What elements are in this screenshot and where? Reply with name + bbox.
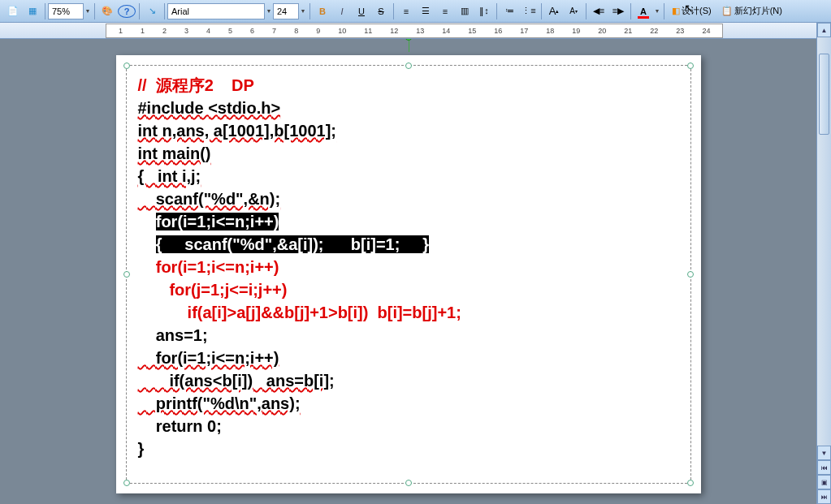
ruler-tick: 24: [702, 27, 710, 35]
rotation-handle[interactable]: [405, 39, 413, 41]
scroll-up-icon[interactable]: ▲: [817, 23, 831, 37]
ruler-tick: 5: [228, 27, 232, 35]
ruler-tick: 11: [364, 27, 372, 35]
ruler-tick: 1: [141, 27, 145, 35]
code-line: return 0;: [138, 415, 679, 437]
ruler-tick: 9: [316, 27, 320, 35]
font-color-dropdown[interactable]: ▼: [653, 3, 661, 19]
list-bullet-icon[interactable]: ⋮≡: [520, 2, 538, 20]
zoom-dropdown[interactable]: ▼: [84, 3, 92, 19]
ruler-tick: 18: [546, 27, 554, 35]
bold-button[interactable]: B: [314, 2, 331, 20]
ruler-tick: 8: [294, 27, 298, 35]
strike-button[interactable]: S: [372, 2, 390, 20]
code-textbox[interactable]: // 源程序2 DP #include <stdio.h> int n,ans,…: [126, 65, 691, 484]
code-line: { int i,j;: [138, 165, 679, 187]
palette-icon[interactable]: 🎨: [98, 2, 116, 20]
code-line: for(i=1;i<=n;i++): [138, 210, 679, 233]
code-line: ans=1;: [138, 324, 679, 347]
code-line: }: [138, 437, 679, 460]
arrow-icon[interactable]: ↘: [143, 2, 161, 20]
resize-handle-mr[interactable]: [687, 271, 694, 278]
horizontal-ruler[interactable]: 1 1 2 3 4 5 6 7 8 9 10 11 12 13 14 15 16…: [106, 24, 723, 38]
ruler-tick: 16: [494, 27, 502, 35]
slide-workspace[interactable]: // 源程序2 DP #include <stdio.h> int n,ans,…: [0, 39, 816, 504]
slide-show-icon[interactable]: ▣: [817, 475, 831, 489]
code-line: #include <stdio.h>: [138, 97, 679, 119]
list-numbered-icon[interactable]: ≔: [500, 2, 518, 20]
code-line: for(i=1;i<=n;i++): [138, 347, 679, 369]
code-line: scanf("%d",&n);: [138, 187, 679, 210]
scroll-down-icon[interactable]: ▼: [817, 446, 831, 460]
scroll-thumb[interactable]: [819, 54, 829, 135]
resize-handle-bm[interactable]: [405, 480, 412, 486]
scroll-track[interactable]: [817, 37, 831, 446]
align-left-icon[interactable]: ≡: [397, 2, 415, 20]
code-line: for(i=1;i<=n;i++): [138, 256, 679, 278]
ruler-tick: 21: [624, 27, 632, 35]
ruler-tick: 12: [390, 27, 398, 35]
resize-handle-ml[interactable]: [123, 271, 130, 278]
code-line: int n,ans, a[1001],b[1001];: [138, 119, 679, 142]
resize-handle-tm[interactable]: [405, 62, 412, 69]
font-color-button[interactable]: A: [634, 2, 652, 20]
ruler-tick: 13: [416, 27, 424, 35]
main-toolbar: 📄 ▦ ▼ 🎨 ? ↘ ▼ ▼ B I U S ≡ ☰ ≡ ▥ ‖↕ ≔ ⋮≡ …: [0, 0, 831, 23]
code-line: if(a[i]>a[j]&&b[j]+1>b[i]) b[i]=b[j]+1;: [138, 301, 679, 324]
font-increase-icon[interactable]: A▴: [545, 2, 563, 20]
ruler-tick: 20: [598, 27, 606, 35]
font-decrease-icon[interactable]: A▾: [565, 2, 582, 20]
align-justify-icon[interactable]: ▥: [456, 2, 474, 20]
code-line: for(j=1;j<=i;j++): [138, 278, 679, 301]
vertical-scrollbar[interactable]: ▲ ▼ ⏮ ▣ ⏭: [816, 23, 831, 504]
ruler-tick: 15: [468, 27, 476, 35]
ruler-tick: 7: [272, 27, 276, 35]
zoom-input[interactable]: [48, 3, 84, 19]
code-line: { scanf("%d",&a[i]); b[i]=1; }: [138, 233, 679, 256]
font-size-input[interactable]: [273, 3, 299, 19]
code-content[interactable]: // 源程序2 DP #include <stdio.h> int n,ans,…: [138, 74, 679, 460]
font-size-dropdown[interactable]: ▼: [299, 3, 307, 19]
slide-canvas[interactable]: // 源程序2 DP #include <stdio.h> int n,ans,…: [116, 55, 701, 493]
next-slide-icon[interactable]: ⏭: [817, 489, 831, 504]
grid-icon[interactable]: ▦: [24, 2, 41, 20]
align-center-icon[interactable]: ☰: [417, 2, 435, 20]
ruler-tick: 22: [650, 27, 658, 35]
new-slide-button[interactable]: 📋新幻灯片(N): [717, 2, 786, 20]
ruler-tick: 6: [250, 27, 254, 35]
ruler-tick: 2: [162, 27, 167, 35]
code-line: printf("%d\n",ans);: [138, 392, 679, 415]
italic-button[interactable]: I: [333, 2, 351, 20]
indent-decrease-icon[interactable]: ◀≡: [590, 2, 608, 20]
code-line: int main(): [138, 142, 679, 165]
code-line: if(ans<b[i]) ans=b[i];: [138, 369, 679, 392]
underline-button[interactable]: U: [353, 2, 370, 20]
resize-handle-bl[interactable]: [123, 480, 130, 486]
resize-handle-tl[interactable]: [123, 62, 130, 69]
ruler-tick: 1: [119, 27, 123, 35]
align-right-icon[interactable]: ≡: [436, 2, 454, 20]
code-line: // 源程序2 DP: [138, 74, 679, 97]
resize-handle-br[interactable]: [687, 480, 694, 486]
ruler-tick: 23: [676, 27, 684, 35]
font-name-dropdown[interactable]: ▼: [265, 3, 273, 19]
ruler-tick: 10: [338, 27, 346, 35]
ruler-tick: 4: [206, 27, 210, 35]
prev-slide-icon[interactable]: ⏮: [817, 460, 831, 475]
rotation-line: [409, 41, 409, 52]
font-name-input[interactable]: [167, 3, 265, 19]
ruler-tick: 19: [572, 27, 580, 35]
line-spacing-icon[interactable]: ‖↕: [475, 2, 493, 20]
ruler-tick: 17: [520, 27, 528, 35]
design-button[interactable]: ◧设计(S): [668, 2, 716, 20]
ruler-tick: 14: [442, 27, 450, 35]
help-icon[interactable]: ?: [118, 5, 136, 18]
resize-handle-tr[interactable]: [687, 62, 694, 69]
ruler-tick: 3: [184, 27, 188, 35]
indent-increase-icon[interactable]: ≡▶: [609, 2, 627, 20]
new-doc-icon[interactable]: 📄: [4, 2, 22, 20]
ruler-bar: 1 1 2 3 4 5 6 7 8 9 10 11 12 13 14 15 16…: [0, 23, 831, 39]
